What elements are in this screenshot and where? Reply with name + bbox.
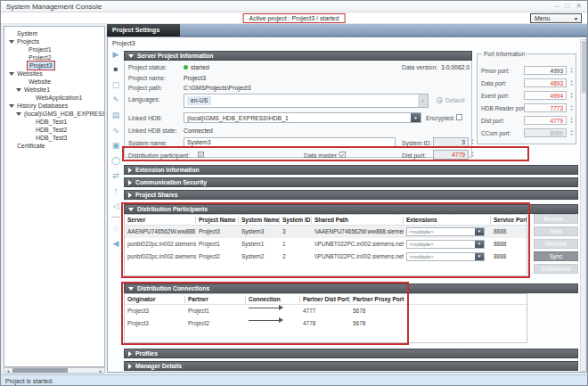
distribution-connections-table: Originator Partner Connection Partner Di… [124,293,527,343]
tree-item-webapplication1[interactable]: WebApplication1 [4,94,104,102]
table-row[interactable]: Project3 Project2 4778 5678 [125,317,527,330]
project-settings-content: Project3 ▶ ■ ▢ ✎ ▤ ∿ ▣ ◯ ⇄ ↑ ◁ ◌ ◀ [107,37,587,373]
scroll-left-icon[interactable]: ◂ [4,368,12,374]
expand-icon [128,180,132,185]
scroll-right-icon[interactable]: ▸ [97,368,104,374]
pmon-port-spinner[interactable]: 4993 [524,66,567,75]
tree-item-project2[interactable]: Project2 [4,53,104,62]
announce-icon[interactable]: ◁ [113,201,119,210]
distribution-participant-checkbox[interactable]: ✓ [198,152,204,158]
hdb-reader-port-spinner[interactable]: 7773 [524,103,567,112]
history-icon[interactable]: ◌ [113,224,118,233]
extensions-dropdown[interactable]: <multiple> ▼ [406,240,485,249]
edit-icon[interactable]: ✎ [112,95,119,104]
scrollbar-thumb[interactable] [582,41,586,93]
section-distribution-participants[interactable]: Distribution Participants [124,204,578,214]
spin-down-icon[interactable]: ▾ [570,108,572,111]
chevron-down-icon[interactable]: ▼ [411,113,421,122]
spin-down-icon[interactable]: ▾ [471,154,473,158]
section-server-project-information[interactable]: Server Project Information [124,51,472,61]
tree-expander-icon[interactable] [16,112,21,116]
extensions-button[interactable]: Extensions [534,264,578,274]
tree-item-history-databases[interactable]: History Databases [4,102,104,110]
minimize-icon[interactable]: – [555,2,559,10]
default-language-radio[interactable] [437,97,443,103]
sync-button[interactable]: Sync [534,251,578,261]
tree-expander-icon[interactable] [9,104,14,108]
panel-icon[interactable]: ▤ [112,111,120,119]
event-port-spinner[interactable]: 4994 [524,91,567,100]
tree-item-certificate[interactable]: Certificate [4,142,104,150]
remove-button[interactable]: Remove [534,239,578,249]
vertical-scrollbar[interactable] [580,39,586,372]
extensions-dropdown[interactable]: <multiple> ▼ [406,252,485,261]
section-extension-information[interactable]: Extension Information [124,165,578,175]
browse-button[interactable]: Browse... [534,214,578,224]
tree-item-hdb-test3[interactable]: HDB_Test3 [4,134,104,142]
refresh-icon[interactable]: ◯ [111,156,120,165]
chevron-down-icon[interactable]: ▼ [475,241,484,248]
tree-item-system[interactable]: System [4,29,104,37]
maximize-icon[interactable]: □ [565,2,569,10]
chevron-down-icon[interactable]: ▼ [418,94,428,107]
extensions-dropdown[interactable]: <multiple> ▼ [406,227,485,236]
section-manager-details[interactable]: Manager Details [124,361,578,371]
spin-down-icon[interactable]: ▾ [570,120,572,124]
status-started-icon [184,65,188,70]
chevron-down-icon[interactable]: ▼ [475,228,484,235]
share-icon[interactable]: ⇄ [112,171,119,180]
data-port-spinner[interactable]: 4893 [524,78,567,87]
tree-item-hdb-test2[interactable]: HDB_Test2 [4,126,104,134]
tree-item-local-hdb-express[interactable]: (local)\GMS_HDB_EXPRESS [4,110,104,118]
spin-down-icon[interactable]: ▾ [570,95,572,99]
tree-item-project1[interactable]: Project1 [4,45,104,53]
section-distribution-connections[interactable]: Distribution Connections [124,283,578,293]
upload-icon[interactable]: ↑ [114,186,118,195]
tree-item-website1[interactable]: Website1 [4,86,104,94]
table-row[interactable]: punbt022pc.in002.siemens.net Project1 Sy… [125,238,527,250]
new-document-icon[interactable]: ▢ [112,80,120,89]
close-icon[interactable]: ✕ [576,2,582,10]
spin-down-icon[interactable]: ▾ [471,142,473,145]
scrollbar-thumb[interactable] [12,368,68,373]
language-item[interactable]: en-US [187,96,211,105]
tree-expander-icon[interactable] [9,72,14,76]
tree-item-hdb-test1[interactable]: HDB_Test1 [4,118,104,126]
tree-item-project3-selected[interactable]: Project3 [4,62,104,70]
tree-expander-icon[interactable] [16,88,21,92]
tree-item-website[interactable]: Website [4,78,104,86]
spin-down-icon[interactable]: ▾ [570,70,572,74]
play-icon[interactable]: ▶ [113,50,119,59]
tree-expander-icon[interactable] [9,40,14,44]
stop-icon[interactable]: ■ [114,65,118,74]
connection-arrow-icon [249,317,300,323]
new-button[interactable]: New [534,226,578,236]
activity-icon[interactable]: ∿ [112,126,119,135]
languages-listbox[interactable]: en-US ▼ [184,94,429,108]
dist-port-spinner[interactable]: 4779 [524,116,567,125]
port-information-group: Port Information Pmon port: 4993 ▴▾ Data… [477,53,576,144]
table-row[interactable]: punbt022pc.in002.siemens.net Project2 Sy… [125,250,527,263]
system-id-spinner[interactable]: 3 [433,137,469,147]
section-project-shares[interactable]: Project Shares [124,190,578,200]
spin-down-icon[interactable]: ▾ [570,83,572,86]
tree-horizontal-scrollbar[interactable]: ◂ ▸ [4,367,105,374]
section-communication-security[interactable]: Communication Security [124,177,578,187]
chevron-down-icon[interactable]: ▼ [475,253,484,260]
section-profiles[interactable]: Profiles [124,349,578,358]
tree-item-websites[interactable]: Websites [4,70,104,78]
chevron-down-icon: ▼ [574,16,581,21]
system-name-input[interactable]: System3 [184,137,396,147]
table-row[interactable]: Project3 Project1 4777 5678 [125,305,527,317]
tab-project-settings[interactable]: Project Settings [107,24,180,37]
tree-item-projects[interactable]: Projects [4,37,104,45]
dist-port-spinner[interactable]: 4779 [433,150,469,160]
menu-dropdown[interactable]: Menu ▼ [530,13,582,23]
linked-hdb-combo[interactable]: (local)\GMS_HDB_EXPRESS\HDB_1 ▼ [184,112,421,123]
data-master-checkbox[interactable]: ✓ [339,152,346,158]
save-icon[interactable]: ▣ [112,141,120,150]
encrypted-checkbox[interactable] [456,114,462,120]
back-icon[interactable]: ◀ [113,239,119,248]
toolbar-divider [111,217,120,218]
table-row[interactable]: AAENPU746562W.ww888 Project3 System3 3 \… [125,226,527,238]
